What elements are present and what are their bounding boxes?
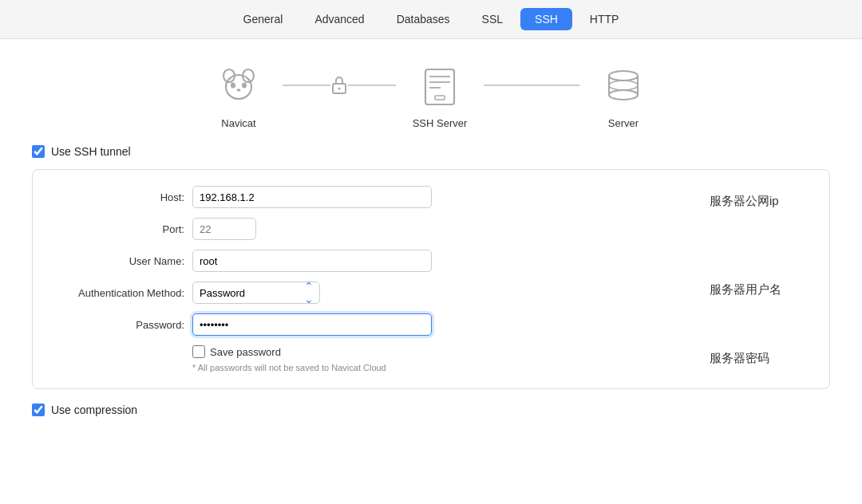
svg-point-17	[609, 81, 638, 90]
ssh-tunnel-label: Use SSH tunnel	[51, 145, 131, 158]
server-label: Server	[608, 117, 639, 129]
password-label: Password:	[49, 319, 192, 331]
host-label: Host:	[49, 191, 192, 203]
svg-point-4	[242, 83, 247, 89]
form-fields: Host: Port: User Name: Authentication Me…	[49, 186, 694, 372]
ssh-tunnel-row: Use SSH tunnel	[32, 145, 830, 158]
diagram-node-navicat: Navicat	[195, 63, 283, 129]
password-row: Password:	[49, 313, 694, 336]
save-password-checkbox[interactable]	[192, 345, 205, 358]
svg-rect-12	[435, 96, 445, 100]
ssh-server-label: SSH Server	[413, 117, 468, 129]
username-label: User Name:	[49, 255, 192, 267]
navicat-icon	[215, 63, 263, 111]
navicat-label: Navicat	[221, 117, 255, 129]
tab-databases[interactable]: Databases	[382, 8, 465, 30]
password-input[interactable]	[192, 313, 432, 336]
diagram-line-right	[484, 85, 579, 86]
svg-point-3	[231, 83, 235, 89]
tab-general[interactable]: General	[229, 8, 298, 30]
auth-select-wrap: Password Public Key SSH Agent ⌃⌄	[192, 282, 320, 304]
ssh-server-icon	[416, 63, 464, 111]
svg-point-2	[226, 75, 251, 99]
svg-point-13	[609, 71, 638, 81]
tab-ssl[interactable]: SSL	[468, 8, 517, 30]
auth-method-row: Authentication Method: Password Public K…	[49, 282, 694, 304]
main-content: Use SSH tunnel Host: Port: User Name: Au…	[0, 145, 862, 416]
diagram-area: Navicat	[0, 39, 862, 145]
username-input[interactable]	[192, 250, 432, 272]
compression-label: Use compression	[51, 404, 137, 416]
svg-point-16	[609, 90, 638, 100]
use-ssh-tunnel-checkbox[interactable]	[32, 145, 45, 158]
save-password-label: Save password	[210, 346, 281, 358]
navicat-cloud-note: * All passwords will not be saved to Nav…	[192, 363, 694, 372]
port-row: Port:	[49, 218, 694, 240]
compression-row: Use compression	[32, 404, 830, 416]
diagram-line-left	[283, 75, 396, 96]
diagram-node-ssh-server: SSH Server	[396, 63, 484, 129]
annotation-password: 服务器密码	[710, 351, 805, 366]
annotation-username: 服务器用户名	[710, 282, 805, 297]
svg-point-5	[237, 89, 241, 92]
tab-ssh[interactable]: SSH	[520, 8, 572, 30]
auth-method-select[interactable]: Password Public Key SSH Agent	[192, 282, 320, 304]
username-row: User Name:	[49, 250, 694, 272]
server-icon	[599, 63, 647, 111]
annotation-host: 服务器公网ip	[710, 194, 805, 209]
diagram-node-server: Server	[579, 63, 667, 129]
tab-http[interactable]: HTTP	[575, 8, 634, 30]
annotations: 服务器公网ip 服务器用户名 服务器密码	[710, 186, 805, 372]
form-panel: Host: Port: User Name: Authentication Me…	[32, 169, 830, 389]
tab-bar: General Advanced Databases SSL SSH HTTP	[0, 0, 862, 39]
auth-method-label: Authentication Method:	[49, 287, 192, 299]
save-password-row: Save password	[192, 345, 694, 358]
port-input[interactable]	[192, 218, 256, 240]
port-label: Port:	[49, 223, 192, 235]
svg-point-7	[338, 87, 341, 89]
host-input[interactable]	[192, 186, 432, 208]
use-compression-checkbox[interactable]	[32, 404, 45, 416]
host-row: Host:	[49, 186, 694, 208]
tab-advanced[interactable]: Advanced	[300, 8, 378, 30]
